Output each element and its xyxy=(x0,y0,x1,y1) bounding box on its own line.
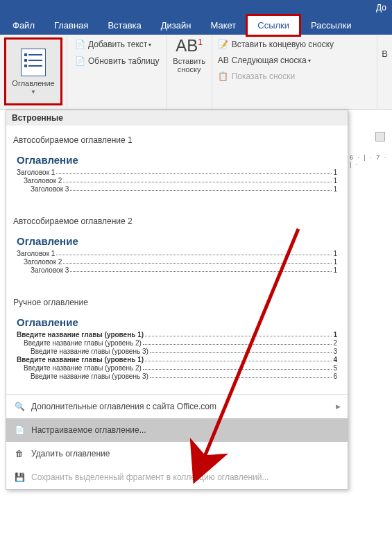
remove-toc-button[interactable]: 🗑 Удалить оглавление xyxy=(6,442,348,465)
save-selection-button: 💾 Сохранить выделенный фрагмент в коллек… xyxy=(6,465,348,489)
custom-toc-button[interactable]: 📄 Настраиваемое оглавление... xyxy=(6,418,348,442)
chevron-down-icon: ▾ xyxy=(308,58,311,64)
title-text: До xyxy=(376,3,386,12)
ribbon-group-footnote: AB1 Вставить сноску xyxy=(167,35,212,109)
title-bar: До xyxy=(0,0,392,15)
save-icon: 💾 xyxy=(13,471,26,483)
insert-footnote-button[interactable]: AB1 Вставить сноску xyxy=(169,37,210,74)
menu-file[interactable]: Файл xyxy=(3,16,44,35)
toc-button[interactable]: Оглавление ▼ xyxy=(4,37,62,105)
add-text-icon: 📄 xyxy=(74,39,85,50)
insert-endnote-button[interactable]: 📝 Вставить концевую сноску xyxy=(215,37,375,51)
toc-option-auto1[interactable]: Автособираемое оглавление 1 Оглавление З… xyxy=(6,126,348,207)
add-text-button[interactable]: 📄 Добавить текст ▾ xyxy=(71,37,162,51)
ruler: 6 · | · 7 · | · xyxy=(350,154,392,168)
preview-manual: Оглавление Введите название главы (урове… xyxy=(13,311,341,386)
ribbon-group-toc-actions: 📄 Добавить текст ▾ 📄 Обновить таблицу xyxy=(67,35,167,109)
next-footnote-button[interactable]: AB Следующая сноска ▾ xyxy=(215,53,375,67)
menu-insert[interactable]: Вставка xyxy=(98,16,151,35)
update-icon: 📄 xyxy=(74,55,85,67)
ribbon: Оглавление ▼ 📄 Добавить текст ▾ 📄 Обнови… xyxy=(0,35,392,110)
search-icon: 🔍 xyxy=(13,400,26,413)
document-icon: 📄 xyxy=(13,424,26,436)
show-notes-button[interactable]: 📋 Показать сноски xyxy=(215,69,375,83)
update-table-button[interactable]: 📄 Обновить таблицу xyxy=(71,54,162,68)
chevron-down-icon: ▾ xyxy=(148,42,151,48)
toc-option-manual[interactable]: Ручное оглавление Оглавление Введите наз… xyxy=(6,288,348,394)
chevron-down-icon: ▼ xyxy=(31,89,36,95)
preview-auto1: Оглавление Заголовок 11 Заголовок 21 Заг… xyxy=(13,149,341,198)
option-title: Ручное оглавление xyxy=(6,292,348,310)
menu-mailings[interactable]: Рассылки xyxy=(301,16,361,35)
ribbon-group-endnote: 📝 Вставить концевую сноску AB Следующая … xyxy=(212,35,378,109)
toc-icon xyxy=(21,49,46,76)
ribbon-group-toc: Оглавление ▼ xyxy=(0,35,67,109)
next-footnote-icon: AB xyxy=(218,55,229,66)
toc-dropdown-panel: Встроенные Автособираемое оглавление 1 О… xyxy=(6,110,348,490)
panel-footer: 🔍 Дополнительные оглавления с сайта Offi… xyxy=(6,394,348,489)
show-notes-icon: 📋 xyxy=(218,71,229,82)
more-toc-office-button[interactable]: 🔍 Дополнительные оглавления с сайта Offi… xyxy=(6,395,348,418)
preview-auto2: Оглавление Заголовок 11 Заголовок 21 Заг… xyxy=(13,230,341,280)
footnote-icon: AB1 xyxy=(169,37,210,54)
endnote-icon: 📝 xyxy=(218,39,229,50)
chevron-right-icon: ▶ xyxy=(336,403,341,410)
menu-home[interactable]: Главная xyxy=(44,16,98,35)
view-button-icon[interactable] xyxy=(375,132,385,142)
menu-layout[interactable]: Макет xyxy=(201,16,246,35)
option-title: Автособираемое оглавление 2 xyxy=(6,211,348,229)
toc-label: Оглавление xyxy=(12,79,54,87)
ribbon-group-right: В xyxy=(377,35,392,109)
toc-option-auto2[interactable]: Автособираемое оглавление 2 Оглавление З… xyxy=(6,207,348,288)
option-title: Автособираемое оглавление 1 xyxy=(6,130,348,148)
menu-design[interactable]: Дизайн xyxy=(151,16,201,35)
remove-icon: 🗑 xyxy=(13,447,26,460)
panel-header-builtin: Встроенные xyxy=(6,110,348,126)
menu-references[interactable]: Ссылки xyxy=(246,14,301,37)
menu-bar: Файл Главная Вставка Дизайн Макет Ссылки… xyxy=(0,15,392,35)
ribbon-right-letter: В xyxy=(382,49,388,59)
